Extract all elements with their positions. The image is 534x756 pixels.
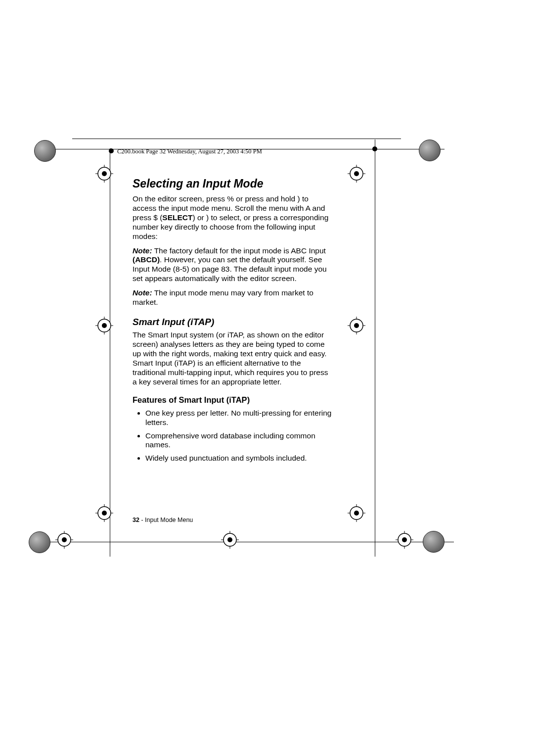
note1-label: Note: <box>133 246 152 255</box>
cropmark-right-line <box>375 140 375 557</box>
target-icon <box>95 504 113 522</box>
key-dollar: $ <box>153 213 158 222</box>
footer: 32 - Input Mode Menu <box>133 517 193 523</box>
target-icon <box>396 531 413 549</box>
cropmark-left-line <box>110 148 110 557</box>
section-title: Selecting an Input Mode <box>133 177 332 190</box>
cropmark-bottom-line <box>39 542 454 542</box>
note2-a: The input mode menu may vary from market… <box>133 288 313 306</box>
smart-title: Smart Input (iTAP) <box>133 316 332 328</box>
svg-point-23 <box>62 537 67 542</box>
sp-g: ( <box>172 359 177 367</box>
svg-point-31 <box>354 511 359 516</box>
smart-p1: The Smart Input system (or iTAP, as show… <box>133 331 332 386</box>
note2-label: Note: <box>133 288 152 297</box>
reg-mark-bottom-right-shaded <box>423 531 445 553</box>
target-icon <box>55 531 73 549</box>
note1-a: The factory default for the input mode i… <box>152 246 291 255</box>
target-icon <box>348 165 365 183</box>
svg-point-35 <box>402 537 407 542</box>
p1-f: ) or <box>192 213 206 222</box>
header-dot-left <box>109 148 114 153</box>
features-list: One key press per letter. No multi-press… <box>133 409 332 464</box>
svg-point-7 <box>354 171 359 176</box>
target-icon <box>348 504 365 522</box>
select-label: SELECT <box>162 213 192 222</box>
feature-item: Comprehensive word database including co… <box>145 431 332 450</box>
reg-mark-bottom-left-shaded <box>29 531 50 553</box>
page-number: 32 <box>133 517 139 523</box>
sp-b: Smart Input <box>148 331 187 339</box>
svg-point-27 <box>227 537 232 542</box>
content-area: Selecting an Input Mode On the editor sc… <box>133 177 332 467</box>
key-percent: % <box>227 194 234 203</box>
sp-d: iTAP <box>227 331 242 339</box>
header-dot-right <box>372 146 377 151</box>
note1-b: . However, you can set the default yours… <box>133 255 327 283</box>
feature-item: Widely used punctuation and symbols incl… <box>145 454 332 463</box>
svg-point-15 <box>354 323 359 328</box>
p1-b: or press and hold <box>234 194 297 203</box>
svg-point-19 <box>102 511 107 516</box>
key-a: A <box>306 204 310 212</box>
sp-c: system (or <box>187 331 227 339</box>
note1-mode: ABC Input <box>291 246 326 255</box>
header-rule <box>72 139 401 139</box>
target-icon <box>95 165 113 183</box>
svg-point-3 <box>102 171 107 176</box>
svg-point-11 <box>102 323 107 328</box>
note1-glyph: (ABCD) <box>133 255 160 264</box>
target-icon <box>348 317 365 334</box>
note-2: Note: The input mode menu may vary from … <box>133 288 332 307</box>
section-p1: On the editor screen, press % or press a… <box>133 194 332 241</box>
note-1: Note: The factory default for the input … <box>133 246 332 284</box>
footer-title: Input Mode Menu <box>145 517 193 523</box>
sp-f: Smart Input <box>133 359 172 367</box>
target-icon <box>221 531 239 549</box>
footer-sep: - <box>139 517 145 523</box>
sp-h: iTAP <box>177 359 193 367</box>
reg-mark-top-left-shaded <box>34 140 56 162</box>
p1-a: On the editor screen, press <box>133 194 227 203</box>
reg-mark-top-right-shaded <box>419 140 441 161</box>
features-title: Features of Smart Input (iTAP) <box>133 395 332 405</box>
header-text: C200.book Page 32 Wednesday, August 27, … <box>117 148 262 155</box>
target-icon <box>95 317 113 334</box>
sp-a: The <box>133 331 148 339</box>
feature-item: One key press per letter. No multi-press… <box>145 409 332 427</box>
p1-e: ( <box>158 213 162 222</box>
